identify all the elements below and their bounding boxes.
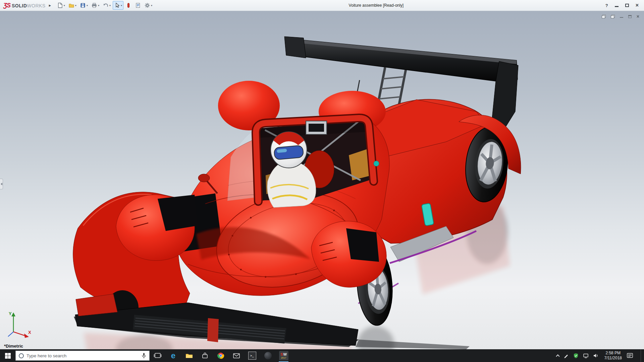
taskbar-app-browser[interactable] — [213, 349, 228, 362]
minimize-button[interactable] — [615, 6, 619, 7]
undo-button[interactable]: ▾ — [101, 1, 112, 10]
taskbar-search-box[interactable] — [15, 351, 150, 361]
taskbar-clock[interactable]: 2:58 PM 7/11/2018 — [604, 351, 622, 361]
title-bar: ƷS SOLID WORKS ▶ ▾ ▾ ▾ ▾ — [0, 0, 644, 11]
security-shield-icon[interactable] — [573, 353, 579, 358]
quick-toolbar: ▾ ▾ ▾ ▾ ▾ ▾ — [56, 1, 154, 10]
volume-icon[interactable] — [593, 353, 599, 358]
dropdown-arrow-icon[interactable]: ▾ — [87, 4, 88, 7]
doc-restore-button[interactable] — [628, 14, 632, 19]
rebuild-button[interactable] — [124, 1, 133, 10]
browser-icon — [217, 352, 225, 360]
system-tray: 2:58 PM 7/11/2018 — [556, 349, 644, 362]
select-tool-button[interactable]: ▾ — [113, 1, 123, 10]
solidworks-window: ƷS SOLID WORKS ▶ ▾ ▾ ▾ ▾ — [0, 0, 644, 362]
menu-flyout-arrow[interactable]: ▶ — [49, 4, 51, 7]
open-folder-icon — [68, 2, 74, 8]
rebuild-icon — [125, 2, 131, 8]
help-button[interactable]: ? — [605, 3, 608, 8]
search-input[interactable] — [26, 353, 139, 358]
dropdown-arrow-icon[interactable]: ▾ — [64, 4, 65, 7]
solidworks-2017-icon: SW 2017 — [279, 351, 288, 360]
sw-year: 2017 — [281, 357, 286, 359]
taskbar-app-edge[interactable]: e — [165, 349, 181, 362]
clock-time: 2:58 PM — [604, 351, 622, 356]
cortana-icon — [19, 353, 24, 358]
store-bag-icon — [201, 352, 209, 360]
triad-x-label: X — [28, 330, 31, 335]
sw-letter-s: S — [280, 353, 283, 356]
clock-date: 7/11/2018 — [604, 356, 622, 361]
windows-logo-icon — [5, 353, 11, 359]
taskbar-app-mail[interactable] — [228, 349, 244, 362]
print-button[interactable]: ▾ — [90, 1, 101, 10]
feature-tree-collapse-handle[interactable] — [0, 179, 3, 189]
undo-icon — [103, 2, 109, 8]
orientation-triad: Y X — [5, 310, 33, 341]
options-gear-icon — [144, 2, 150, 8]
start-button[interactable] — [0, 349, 15, 362]
taskbar-app-terminal[interactable]: >_ — [244, 349, 260, 362]
triad-y-label: Y — [9, 311, 12, 316]
left-mirror — [198, 174, 210, 182]
edge-icon: e — [171, 352, 175, 360]
brand-text-light: WORKS — [27, 3, 45, 8]
dropdown-arrow-icon[interactable]: ▾ — [151, 4, 152, 7]
taskbar-app-file-explorer[interactable] — [181, 349, 197, 362]
dropdown-arrow-icon[interactable]: ▾ — [75, 4, 76, 7]
task-view-button[interactable] — [150, 349, 165, 362]
show-desktop-button[interactable] — [641, 349, 643, 362]
save-button[interactable]: ▾ — [78, 1, 89, 10]
dark-app-icon — [264, 352, 272, 359]
open-button[interactable]: ▾ — [67, 1, 78, 10]
options-button[interactable]: ▾ — [143, 1, 154, 10]
mail-icon — [232, 352, 240, 360]
microphone-icon[interactable] — [142, 353, 146, 359]
new-document-icon — [57, 2, 63, 8]
doc-minimize-button[interactable] — [620, 14, 623, 19]
file-properties-icon — [135, 2, 141, 8]
task-view-icon — [154, 352, 162, 360]
taskbar-app-solidworks[interactable]: SW 2017 — [276, 349, 291, 362]
brand-text-bold: SOLID — [12, 3, 27, 8]
windows-taskbar: e — [0, 349, 644, 362]
document-window-controls: × — [602, 14, 639, 19]
window-controls: ? × — [605, 3, 639, 8]
maximize-button[interactable] — [625, 4, 629, 7]
document-title: Voiture assemblee [Read-only] — [154, 3, 599, 8]
dropdown-arrow-icon[interactable]: ▾ — [109, 4, 111, 7]
taskbar-app-dark[interactable] — [260, 349, 276, 362]
select-cursor-icon — [114, 2, 120, 8]
taskbar-apps: e — [150, 349, 291, 362]
network-icon[interactable] — [583, 353, 589, 358]
taskbar-app-store[interactable] — [197, 349, 213, 362]
sw-letter-w: W — [283, 353, 286, 356]
doc-tile-button[interactable] — [611, 14, 615, 19]
action-center-icon[interactable] — [626, 352, 634, 359]
new-document-button[interactable]: ▾ — [56, 1, 66, 10]
print-icon — [91, 2, 97, 8]
terminal-icon: >_ — [248, 352, 256, 360]
close-button[interactable]: × — [636, 3, 639, 8]
view-orientation-label: *Dimetric — [4, 344, 23, 349]
file-explorer-icon — [185, 352, 193, 360]
doc-cascade-button[interactable] — [602, 14, 606, 19]
3d-scene-canvas[interactable] — [0, 11, 644, 349]
save-floppy-icon — [80, 2, 86, 8]
doc-close-button[interactable]: × — [637, 14, 639, 19]
dropdown-arrow-icon[interactable]: ▾ — [98, 4, 99, 7]
brand-mark-icon: ƷS — [3, 2, 10, 9]
hidden-icons-chevron[interactable] — [556, 354, 559, 358]
graphics-viewport[interactable]: × Y X *Dimetric — [0, 11, 644, 349]
windows-ink-pen-icon[interactable] — [564, 353, 569, 358]
dropdown-arrow-icon[interactable]: ▾ — [121, 4, 122, 7]
solidworks-logo: ƷS SOLID WORKS — [3, 2, 46, 9]
file-properties-button[interactable] — [133, 1, 142, 10]
